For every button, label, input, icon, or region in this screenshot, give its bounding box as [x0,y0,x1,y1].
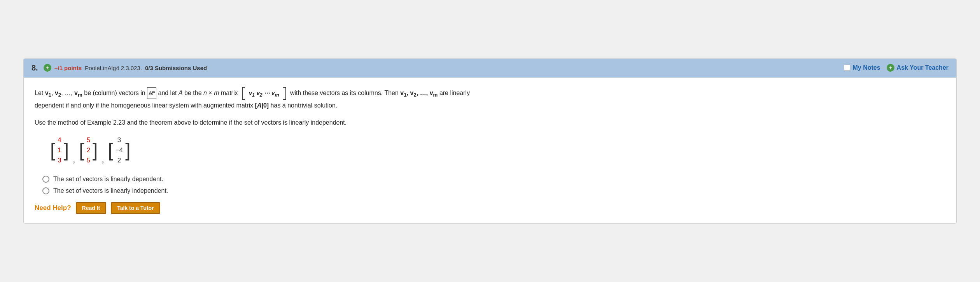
bracket-left-2: [ [79,134,84,166]
problem-id: PooleLinAlg4 2.3.023. [85,65,142,71]
option-independent-label: The set of vectors is linearly independe… [53,187,168,194]
question-body: Let v1, v2, …, vm be (column) vectors in… [24,78,956,224]
v2-val1: 5 [87,136,90,145]
submissions-text: 0/3 Submissions Used [145,65,207,71]
conclusion-vectors: v1, v2, …, vm [400,90,438,96]
need-help-section: Need Help? Read It Talk to a Tutor [35,202,945,214]
radio-circle-2[interactable] [42,187,49,194]
vector-2: [ 5 2 5 ] [79,134,98,166]
theorem-text: Let v1, v2, …, vm be (column) vectors in… [35,87,945,111]
v3-val3: 2 [117,156,121,165]
my-notes-label: My Notes [852,64,880,71]
vector-1: [ 4 1 3 ] [50,134,69,166]
ask-teacher-label: Ask Your Teacher [897,64,948,71]
vector-1-values: 4 1 3 [55,134,63,166]
radio-options: The set of vectors is linearly dependent… [42,176,945,194]
need-help-label: Need Help? [35,204,71,212]
vector-3-values: 3 −4 2 [113,134,125,166]
my-notes-button[interactable]: My Notes [844,64,880,71]
ask-teacher-button[interactable]: + Ask Your Teacher [887,64,948,72]
v1-val3: 3 [58,156,61,165]
bracket-left-1: [ [50,134,55,166]
vectors-display: [ 4 1 3 ] , [ 5 2 5 ] , [50,134,945,166]
points-text: −/1 points [54,65,82,71]
ask-teacher-plus-icon: + [887,64,894,72]
vector-3: [ 3 −4 2 ] [108,134,131,166]
option-dependent-label: The set of vectors is linearly dependent… [53,176,163,183]
question-header: 8. + −/1 points PooleLinAlg4 2.3.023. 0/… [24,59,956,78]
option-dependent[interactable]: The set of vectors is linearly dependent… [42,176,945,183]
v3-val2: −4 [116,146,123,155]
v2-val3: 5 [87,156,90,165]
read-it-button[interactable]: Read It [76,202,107,214]
option-independent[interactable]: The set of vectors is linearly independe… [42,187,945,194]
instruction-text: Use the method of Example 2.23 and the t… [35,119,945,126]
bracket-left-3: [ [108,134,113,166]
plus-icon[interactable]: + [44,64,51,72]
talk-to-tutor-button[interactable]: Talk to a Tutor [111,202,160,214]
v1-val1: 4 [58,136,61,145]
comma-1: , [73,155,75,165]
v1-val2: 1 [58,146,61,155]
vector-2-values: 5 2 5 [84,134,93,166]
question-container: 8. + −/1 points PooleLinAlg4 2.3.023. 0/… [23,58,957,224]
vm-bold: vm [74,90,82,96]
v2-bold: v2 [55,90,61,96]
header-right: My Notes + Ask Your Teacher [844,64,948,72]
comma-2: , [102,155,104,165]
bracket-right-3: ] [125,134,130,166]
notes-checkbox-icon[interactable] [844,65,850,71]
bracket-right-2: ] [93,134,98,166]
bracket-right-1: ] [64,134,69,166]
header-left: 8. + −/1 points PooleLinAlg4 2.3.023. 0/… [32,63,207,72]
v2-val2: 2 [87,146,90,155]
v3-val1: 3 [117,136,121,145]
question-number: 8. [32,63,38,72]
v1-bold: v1 [45,90,51,96]
radio-circle-1[interactable] [42,176,49,183]
